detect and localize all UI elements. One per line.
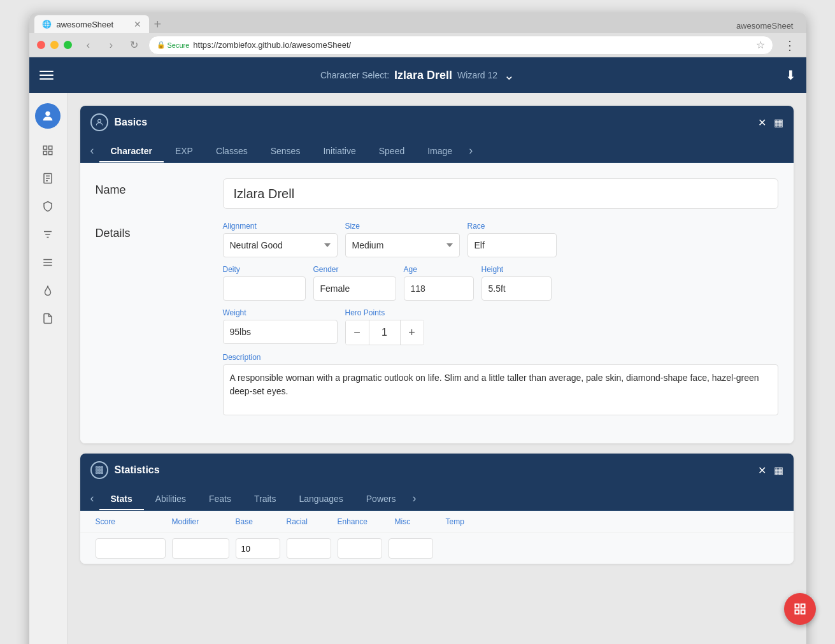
hero-points-decrement-button[interactable]: −	[346, 320, 369, 345]
base-input-1[interactable]	[236, 538, 280, 559]
name-input[interactable]	[223, 178, 778, 209]
sidebar-icon-tools[interactable]	[36, 223, 59, 246]
sidebar-icon-list[interactable]	[36, 251, 59, 274]
alignment-label: Alignment	[223, 222, 338, 231]
tab-close-button[interactable]: ✕	[134, 19, 141, 29]
tab-stats[interactable]: Stats	[99, 487, 144, 510]
details-row-2: Deity Gender Age	[223, 265, 778, 301]
basics-layout-button[interactable]: ▦	[774, 117, 783, 129]
size-select[interactable]: Medium	[345, 233, 460, 257]
tab-traits[interactable]: Traits	[243, 487, 287, 510]
race-input[interactable]	[467, 233, 557, 257]
svg-rect-4	[49, 152, 52, 155]
back-button[interactable]: ‹	[80, 36, 97, 54]
sidebar-icon-document[interactable]	[36, 307, 59, 330]
browser-menu-button[interactable]: ⋮	[781, 38, 799, 53]
tab-title: awesomeSheet	[57, 20, 114, 29]
details-row-3: Weight Hero Points − +	[223, 308, 778, 345]
statistics-expand-button[interactable]: ✕	[758, 464, 766, 476]
statistics-card-title: Statistics	[115, 464, 160, 476]
age-group: Age	[404, 265, 474, 301]
bookmark-button[interactable]: ☆	[756, 39, 765, 51]
enhance-input-1[interactable]	[338, 538, 382, 559]
reload-button[interactable]: ↻	[125, 36, 143, 54]
download-button[interactable]: ⬇	[785, 68, 796, 83]
alignment-select[interactable]: Neutral Good	[223, 233, 338, 257]
sidebar-icon-shield[interactable]	[36, 195, 59, 218]
svg-rect-2	[49, 146, 52, 149]
sidebar-icon-grid[interactable]	[36, 139, 59, 162]
modifier-input-1[interactable]	[172, 538, 229, 559]
age-input[interactable]	[404, 276, 474, 301]
maximize-button[interactable]	[64, 41, 72, 49]
description-textarea[interactable]: A responsible woman with a pragmatic out…	[223, 364, 778, 415]
basics-card-actions: ✕ ▦	[758, 117, 783, 129]
tab-classes[interactable]: Classes	[204, 140, 259, 162]
deity-input[interactable]	[223, 276, 306, 301]
character-dropdown-button[interactable]: ⌄	[504, 68, 515, 83]
new-tab-button[interactable]: +	[149, 17, 167, 32]
floating-action-button[interactable]	[784, 593, 816, 625]
svg-rect-3	[43, 152, 46, 155]
misc-input-1[interactable]	[389, 538, 433, 559]
tab-powers[interactable]: Powers	[355, 487, 408, 510]
sidebar-icon-book[interactable]	[36, 167, 59, 190]
stats-column-headers: Score Modifier Base Racial Enhance Misc …	[80, 511, 794, 533]
basics-tab-next-button[interactable]: ›	[464, 139, 478, 162]
tab-feats[interactable]: Feats	[197, 487, 243, 510]
sidebar-icon-flame[interactable]	[36, 279, 59, 302]
svg-rect-25	[796, 605, 799, 608]
size-group: Size Medium	[345, 222, 460, 257]
svg-rect-21	[101, 469, 102, 471]
deity-group: Deity	[223, 265, 306, 301]
svg-rect-16	[96, 467, 97, 468]
hero-points-input[interactable]	[369, 320, 401, 345]
basics-card: Basics ✕ ▦ ‹ Character EXP Classes Sense…	[80, 106, 794, 443]
minimize-button[interactable]	[50, 41, 59, 49]
details-row-1: Alignment Neutral Good Size Medium	[223, 222, 778, 257]
avatar[interactable]	[35, 103, 61, 129]
height-input[interactable]	[482, 276, 552, 301]
secure-badge: 🔒 Secure	[157, 41, 190, 49]
statistics-tab-next-button[interactable]: ›	[407, 487, 421, 510]
tab-exp[interactable]: EXP	[164, 140, 204, 162]
statistics-layout-button[interactable]: ▦	[774, 464, 783, 476]
tab-image[interactable]: Image	[416, 140, 464, 162]
statistics-tab-prev-button[interactable]: ‹	[85, 487, 99, 510]
name-row: Name	[96, 178, 778, 209]
age-label: Age	[404, 265, 474, 274]
address-bar[interactable]: 🔒 Secure https://zombiefox.github.io/awe…	[148, 36, 773, 55]
deity-label: Deity	[223, 265, 306, 274]
close-button[interactable]	[37, 41, 45, 49]
statistics-card-header: Statistics ✕ ▦	[80, 454, 794, 487]
svg-rect-24	[101, 472, 102, 473]
main-content: Basics ✕ ▦ ‹ Character EXP Classes Sense…	[68, 93, 806, 644]
tab-character[interactable]: Character	[99, 140, 164, 162]
svg-rect-26	[801, 605, 805, 608]
basics-tab-prev-button[interactable]: ‹	[85, 139, 99, 162]
hamburger-menu[interactable]	[39, 71, 54, 80]
size-label: Size	[345, 222, 460, 231]
tab-languages[interactable]: Languages	[287, 487, 354, 510]
gender-group: Gender	[313, 265, 396, 301]
tab-abilities[interactable]: Abilities	[144, 487, 197, 510]
svg-rect-27	[796, 610, 799, 614]
svg-rect-18	[101, 467, 102, 468]
tab-icon: 🌐	[42, 20, 52, 29]
forward-button[interactable]: ›	[103, 36, 120, 54]
basics-card-body: Name Details	[80, 163, 794, 443]
statistics-card-header-left: Statistics	[90, 461, 160, 479]
score-input-1[interactable]	[96, 538, 166, 559]
weight-input[interactable]	[223, 320, 338, 344]
address-url: https://zombiefox.github.io/awesomeSheet…	[193, 40, 351, 50]
hero-points-increment-button[interactable]: +	[401, 320, 424, 345]
tab-initiative[interactable]: Initiative	[311, 140, 367, 162]
statistics-card-actions: ✕ ▦	[758, 464, 783, 476]
gender-input[interactable]	[313, 276, 396, 301]
tab-speed[interactable]: Speed	[368, 140, 416, 162]
basics-expand-button[interactable]: ✕	[758, 117, 766, 129]
svg-rect-22	[96, 472, 97, 473]
tab-senses[interactable]: Senses	[259, 140, 312, 162]
browser-tab[interactable]: 🌐 awesomeSheet ✕	[34, 15, 149, 33]
racial-input-1[interactable]	[287, 538, 331, 559]
